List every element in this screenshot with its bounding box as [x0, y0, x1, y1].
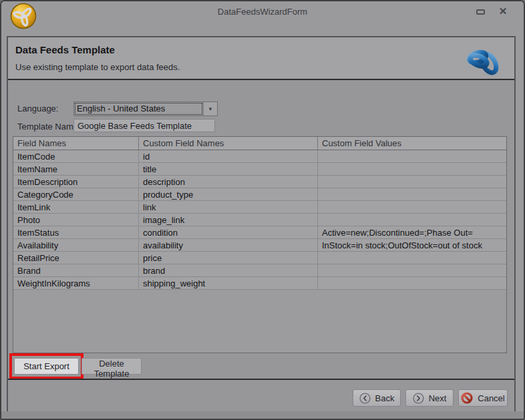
- column-header-field-names[interactable]: Field Names: [13, 137, 139, 150]
- back-button[interactable]: Back: [353, 389, 401, 407]
- cell-field-name[interactable]: RetailPrice: [13, 252, 139, 264]
- cell-custom-field-name[interactable]: product_type: [139, 188, 318, 200]
- cell-field-name[interactable]: WeightInKilograms: [13, 277, 139, 289]
- cell-field-name[interactable]: Availability: [13, 239, 139, 251]
- column-header-custom-field-names[interactable]: Custom Field Names: [139, 137, 318, 150]
- page-subtitle: Use existing template to export data fee…: [15, 62, 180, 72]
- cell-field-name[interactable]: ItemName: [13, 163, 139, 175]
- language-selected-value[interactable]: English - United States: [74, 102, 203, 116]
- cell-custom-field-value[interactable]: InStock=in stock;OutOfStock=out of stock: [318, 239, 506, 251]
- cancel-button-label: Cancel: [478, 393, 504, 403]
- language-dropdown-button[interactable]: ▼: [203, 102, 217, 116]
- minimize-icon: [476, 9, 485, 15]
- cell-field-name[interactable]: Photo: [13, 214, 139, 226]
- table-header-row: Field Names Custom Field Names Custom Fi…: [13, 137, 506, 150]
- wizard-header: Data Feeds Template Use existing templat…: [8, 37, 514, 80]
- field-mapping-table: Field Names Custom Field Names Custom Fi…: [13, 136, 507, 353]
- blue-trefoil-icon: [457, 39, 510, 77]
- table-empty-area: [13, 290, 506, 353]
- cell-field-name[interactable]: CategoryCode: [13, 188, 139, 200]
- chevron-right-circle-icon: [413, 393, 424, 404]
- cell-field-name[interactable]: Brand: [13, 264, 139, 276]
- close-icon: ✕: [499, 5, 508, 17]
- cell-field-name[interactable]: ItemLink: [13, 201, 139, 213]
- wizard-window: DataFeedsWizardForm ✕: [0, 0, 525, 420]
- highlight-annotation: Start Export: [9, 353, 83, 379]
- next-button[interactable]: Next: [405, 389, 454, 407]
- cell-custom-field-name[interactable]: availability: [139, 239, 318, 251]
- cell-custom-field-name[interactable]: shipping_weight: [139, 277, 318, 289]
- table-row[interactable]: ItemLink link: [13, 201, 506, 214]
- chevron-down-icon: ▼: [208, 106, 213, 112]
- cell-custom-field-value[interactable]: [318, 252, 506, 264]
- cancel-button[interactable]: Cancel: [458, 389, 508, 407]
- column-header-custom-field-values[interactable]: Custom Field Values: [318, 137, 506, 150]
- cell-field-name[interactable]: ItemCode: [13, 150, 139, 162]
- language-label: Language:: [17, 103, 58, 114]
- table-row[interactable]: ItemStatus condition Active=new;Disconti…: [13, 226, 506, 239]
- cell-custom-field-value[interactable]: [318, 264, 506, 276]
- cancel-icon: [461, 392, 473, 404]
- close-button[interactable]: ✕: [496, 5, 510, 18]
- wizard-panel: Data Feeds Template Use existing templat…: [7, 36, 516, 413]
- table-row[interactable]: ItemCode id: [13, 150, 506, 163]
- minimize-button[interactable]: [473, 7, 488, 17]
- cell-custom-field-name[interactable]: link: [139, 201, 318, 213]
- table-row[interactable]: ItemDescription description: [13, 176, 506, 188]
- cell-custom-field-value[interactable]: [318, 176, 506, 188]
- cell-custom-field-value[interactable]: [318, 188, 506, 200]
- window-title: DataFeedsWizardForm: [1, 7, 524, 17]
- cell-field-name[interactable]: ItemDescription: [13, 176, 139, 188]
- table-row[interactable]: Photo image_link: [13, 214, 506, 226]
- table-row[interactable]: ItemName title: [13, 163, 506, 176]
- template-name-label: Template Name:: [17, 122, 81, 132]
- table-row[interactable]: RetailPrice price: [13, 252, 506, 264]
- cell-custom-field-name[interactable]: id: [139, 150, 318, 162]
- cell-custom-field-value[interactable]: [318, 150, 506, 162]
- title-bar[interactable]: DataFeedsWizardForm ✕: [1, 1, 524, 21]
- chevron-left-circle-icon: [359, 393, 371, 404]
- window-bottom-edge: [1, 411, 524, 419]
- table-row[interactable]: CategoryCode product_type: [13, 188, 506, 201]
- gold-trefoil-icon: [10, 3, 37, 29]
- brand-logo: [457, 39, 510, 77]
- table-row[interactable]: Brand brand: [13, 264, 506, 277]
- next-button-label: Next: [429, 393, 447, 403]
- cell-custom-field-name[interactable]: condition: [139, 226, 318, 238]
- language-select[interactable]: English - United States ▼: [73, 101, 218, 116]
- page-title: Data Feeds Template: [15, 44, 115, 55]
- table-row[interactable]: Availability availability InStock=in sto…: [13, 239, 506, 252]
- cell-custom-field-name[interactable]: title: [139, 163, 318, 175]
- cell-custom-field-name[interactable]: price: [139, 252, 318, 264]
- app-icon: [10, 3, 37, 29]
- cell-custom-field-name[interactable]: description: [139, 176, 318, 188]
- cell-field-name[interactable]: ItemStatus: [13, 226, 139, 238]
- table-row[interactable]: WeightInKilograms shipping_weight: [13, 277, 506, 290]
- cell-custom-field-value[interactable]: [318, 163, 506, 175]
- cell-custom-field-value[interactable]: [318, 214, 506, 226]
- cell-custom-field-value[interactable]: [318, 277, 506, 289]
- template-name-input[interactable]: [73, 119, 215, 132]
- cell-custom-field-value[interactable]: [318, 201, 506, 213]
- cell-custom-field-value[interactable]: Active=new;Discontinued=;Phase Out=: [318, 226, 506, 238]
- cell-custom-field-name[interactable]: brand: [139, 264, 318, 276]
- back-button-label: Back: [375, 393, 395, 403]
- wizard-footer: Back Next: [8, 379, 514, 412]
- delete-template-button[interactable]: Delete Template: [81, 358, 142, 375]
- cell-custom-field-name[interactable]: image_link: [139, 214, 318, 226]
- start-export-button[interactable]: Start Export: [14, 358, 79, 375]
